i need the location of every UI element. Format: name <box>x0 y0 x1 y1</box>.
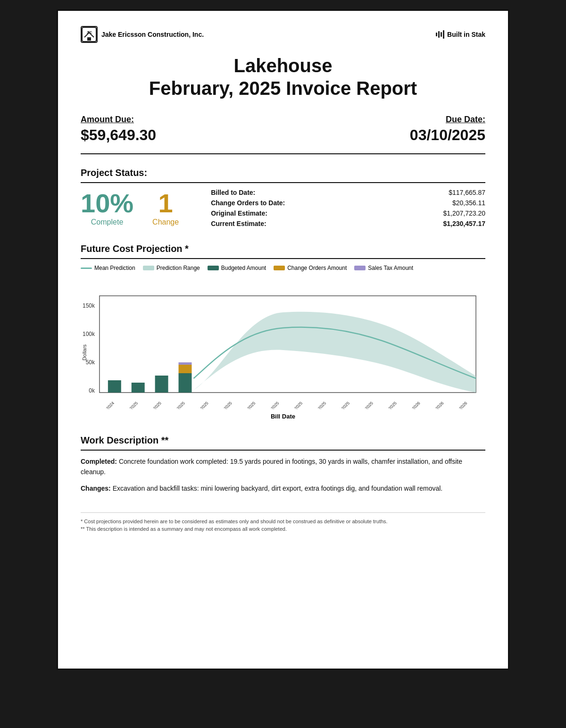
due-date-value: 03/10/2025 <box>410 126 485 144</box>
header-bar: JEC Jake Ericsson Construction, Inc. Bui… <box>81 26 485 43</box>
legend-mean-dot <box>81 268 92 269</box>
legend-budgeted-label: Budgeted Amount <box>221 265 266 271</box>
svg-rect-16 <box>179 373 192 393</box>
svg-text:0k: 0k <box>89 387 95 394</box>
project-status-section: Project Status: 10% Complete 1 Change Bi… <box>81 167 485 230</box>
project-status-title: Project Status: <box>81 167 485 183</box>
logo-icon: JEC <box>81 26 98 43</box>
svg-rect-2 <box>87 37 91 41</box>
invoice-page: JEC Jake Ericsson Construction, Inc. Bui… <box>57 9 509 670</box>
completed-label: Completed: <box>81 458 117 465</box>
svg-text:12-2025: 12-2025 <box>383 401 398 409</box>
svg-rect-18 <box>179 362 192 365</box>
legend-sales-tax-dot <box>354 266 366 270</box>
footnote-2: ** This description is intended as a sum… <box>81 526 485 532</box>
svg-text:05-2025: 05-2025 <box>218 401 233 409</box>
svg-text:10-2025: 10-2025 <box>336 401 350 409</box>
change-label: Change <box>152 218 179 226</box>
work-desc-title: Work Description ** <box>81 435 485 451</box>
status-row: Billed to Date:$117,665.87 <box>211 189 485 196</box>
complete-metric: 10% Complete <box>81 189 133 226</box>
legend-budgeted: Budgeted Amount <box>208 265 266 271</box>
completed-text: Concrete foundation work completed: 19.5… <box>81 458 462 476</box>
complete-pct: 10% <box>81 189 133 218</box>
svg-text:02-2025: 02-2025 <box>148 401 162 409</box>
chart-container: 0k 50k 100k 150k Dollars <box>81 277 485 409</box>
completed-description: Completed: Concrete foundation work comp… <box>81 456 485 477</box>
legend-range-dot <box>143 266 154 270</box>
svg-rect-15 <box>155 376 168 393</box>
legend-change: Change Orders Amount <box>274 265 347 271</box>
legend-mean-label: Mean Prediction <box>94 265 135 271</box>
complete-label: Complete <box>81 218 133 226</box>
svg-text:09-2025: 09-2025 <box>313 401 327 409</box>
svg-text:Dollars: Dollars <box>82 344 87 360</box>
changes-text: Excavation and backfill tasks: mini lowe… <box>113 485 443 492</box>
chart-legend: Mean Prediction Prediction Range Budgete… <box>81 265 485 271</box>
legend-range-label: Prediction Range <box>157 265 200 271</box>
legend-budgeted-dot <box>208 266 219 270</box>
svg-text:12-2024: 12-2024 <box>101 401 115 409</box>
legend-sales-tax-label: Sales Tax Amount <box>368 265 413 271</box>
amount-due-value: $59,649.30 <box>81 126 156 144</box>
amount-due-section: Amount Due: $59,649.30 Due Date: 03/10/2… <box>81 115 485 154</box>
amount-due-block: Amount Due: $59,649.30 <box>81 115 156 144</box>
footnotes: * Cost projections provided herein are t… <box>81 512 485 532</box>
svg-text:02-2026: 02-2026 <box>430 401 444 409</box>
status-grid: 10% Complete 1 Change Billed to Date:$11… <box>81 189 485 230</box>
legend-change-label: Change Orders Amount <box>287 265 347 271</box>
changes-description: Changes: Excavation and backfill tasks: … <box>81 483 485 494</box>
svg-text:01-2025: 01-2025 <box>125 401 139 409</box>
report-title: Lakehouse February, 2025 Invoice Report <box>81 54 485 100</box>
title-section: Lakehouse February, 2025 Invoice Report <box>81 54 485 100</box>
due-date-label: Due Date: <box>410 115 485 125</box>
svg-text:04-2025: 04-2025 <box>195 401 209 409</box>
svg-rect-13 <box>108 380 121 393</box>
svg-text:11-2025: 11-2025 <box>360 401 374 409</box>
chart-svg: 0k 50k 100k 150k Dollars <box>81 277 485 409</box>
svg-text:01-2026: 01-2026 <box>407 401 421 409</box>
company-name: Jake Ericsson Construction, Inc. <box>101 31 204 38</box>
due-date-block: Due Date: 03/10/2025 <box>410 115 485 144</box>
legend-sales-tax: Sales Tax Amount <box>354 265 413 271</box>
status-stats: Billed to Date:$117,665.87Change Orders … <box>201 189 485 230</box>
legend-range: Prediction Range <box>143 265 200 271</box>
amount-due-label: Amount Due: <box>81 115 156 125</box>
stak-icon <box>436 30 444 39</box>
legend-change-dot <box>274 266 285 270</box>
status-row: Original Estimate:$1,207,723.20 <box>211 209 485 217</box>
changes-label: Changes: <box>81 485 111 492</box>
svg-text:07-2025: 07-2025 <box>266 401 280 409</box>
svg-text:03-2025: 03-2025 <box>172 401 186 409</box>
svg-text:06-2025: 06-2025 <box>242 401 256 409</box>
built-in-label: Built in Stak <box>447 31 485 38</box>
svg-text:100k: 100k <box>83 331 95 337</box>
chart-section: Future Cost Projection * Mean Prediction… <box>81 243 485 420</box>
status-row: Current Estimate:$1,230,457.17 <box>211 220 485 227</box>
svg-rect-17 <box>179 365 192 373</box>
svg-text:150k: 150k <box>83 302 95 309</box>
svg-text:08-2025: 08-2025 <box>289 401 303 409</box>
status-row: Change Orders to Date:$20,356.11 <box>211 199 485 207</box>
built-in-stak: Built in Stak <box>436 30 485 39</box>
legend-mean: Mean Prediction <box>81 265 135 271</box>
work-description-section: Work Description ** Completed: Concrete … <box>81 435 485 494</box>
status-metrics: 10% Complete 1 Change <box>81 189 201 226</box>
change-count: 1 <box>152 189 179 218</box>
chart-title: Future Cost Projection * <box>81 243 485 259</box>
svg-rect-14 <box>132 383 145 393</box>
footnote-1: * Cost projections provided herein are t… <box>81 519 485 524</box>
svg-text:03-2026: 03-2026 <box>454 401 468 409</box>
change-metric: 1 Change <box>152 189 179 226</box>
company-logo: JEC Jake Ericsson Construction, Inc. <box>81 26 204 43</box>
x-axis-label: Bill Date <box>81 413 485 420</box>
